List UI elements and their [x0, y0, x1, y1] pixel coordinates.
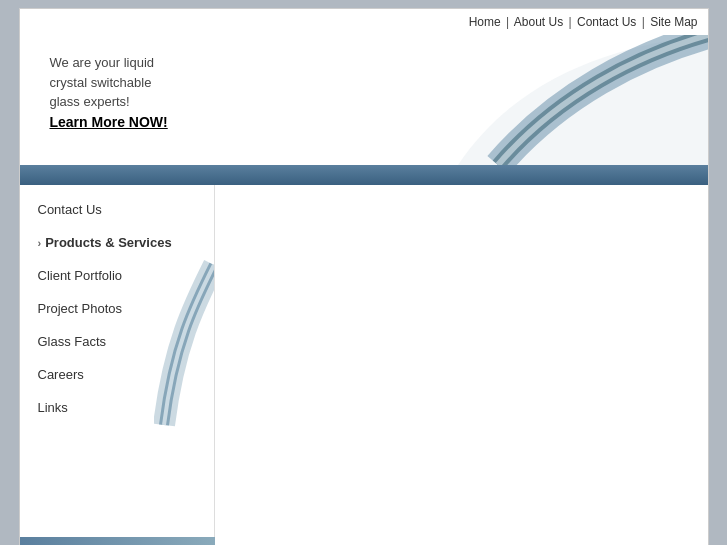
header-text: We are your liquid crystal switchable gl… [50, 53, 168, 133]
sidebar-label-photos: Project Photos [38, 301, 123, 316]
sidebar-label-facts: Glass Facts [38, 334, 107, 349]
sidebar-swoosh-decoration [154, 245, 214, 445]
tagline-line3: glass experts! [50, 92, 168, 112]
tagline-line1: We are your liquid [50, 53, 168, 73]
sidebar-bottom-bar [20, 537, 215, 545]
wave-bar [20, 165, 708, 185]
page-wrapper: Home | About Us | Contact Us | Site Map … [19, 8, 709, 545]
learn-more-link[interactable]: Learn More NOW! [50, 112, 168, 133]
sep2: | [569, 15, 572, 29]
arrow-icon-products: › [38, 237, 42, 249]
sidebar-label-contact: Contact Us [38, 202, 102, 217]
sidebar-label-portfolio: Client Portfolio [38, 268, 123, 283]
sidebar-item-contact[interactable]: Contact Us [20, 193, 214, 226]
header-swoosh [438, 35, 708, 165]
main-layout: Contact Us › Products & Services Client … [20, 185, 708, 545]
nav-about[interactable]: About Us [514, 15, 563, 29]
nav-sitemap[interactable]: Site Map [650, 15, 697, 29]
tagline-line2: crystal switchable [50, 73, 168, 93]
sep3: | [642, 15, 645, 29]
content-area [215, 185, 708, 545]
header-banner: We are your liquid crystal switchable gl… [20, 35, 708, 165]
sidebar: Contact Us › Products & Services Client … [20, 185, 215, 545]
sidebar-label-careers: Careers [38, 367, 84, 382]
sep1: | [506, 15, 509, 29]
nav-home[interactable]: Home [469, 15, 501, 29]
sidebar-label-links: Links [38, 400, 68, 415]
nav-contact[interactable]: Contact Us [577, 15, 636, 29]
top-nav: Home | About Us | Contact Us | Site Map [20, 9, 708, 35]
